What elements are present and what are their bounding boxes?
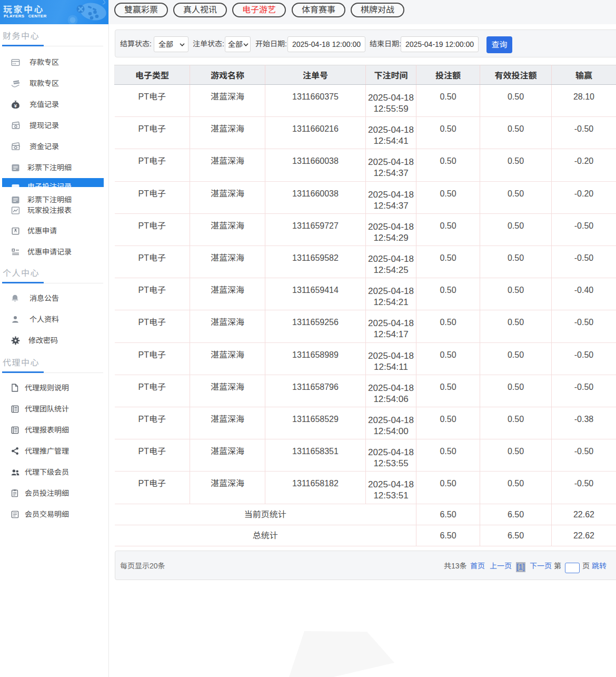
svg-text:¥: ¥ <box>14 102 17 108</box>
